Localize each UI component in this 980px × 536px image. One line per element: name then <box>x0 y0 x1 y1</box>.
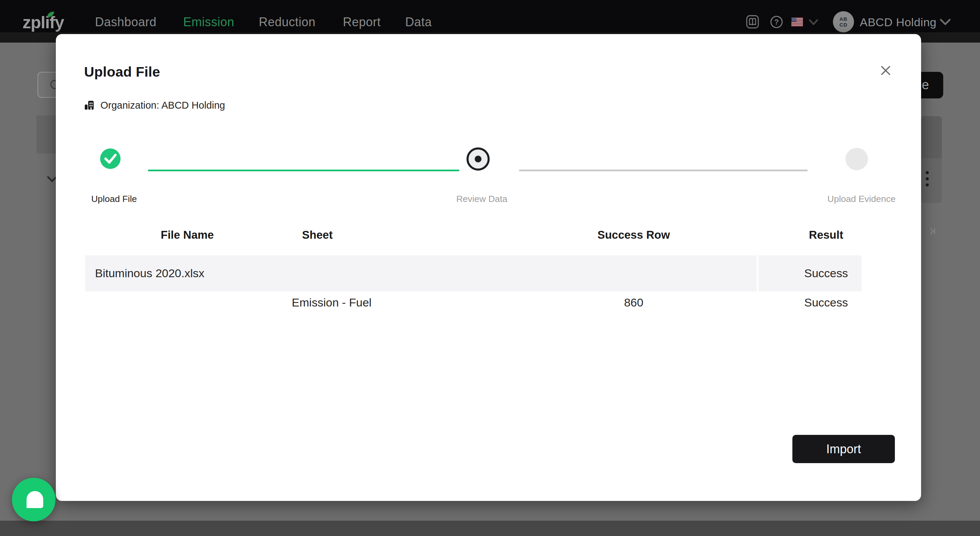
svg-text:?: ? <box>774 18 779 26</box>
